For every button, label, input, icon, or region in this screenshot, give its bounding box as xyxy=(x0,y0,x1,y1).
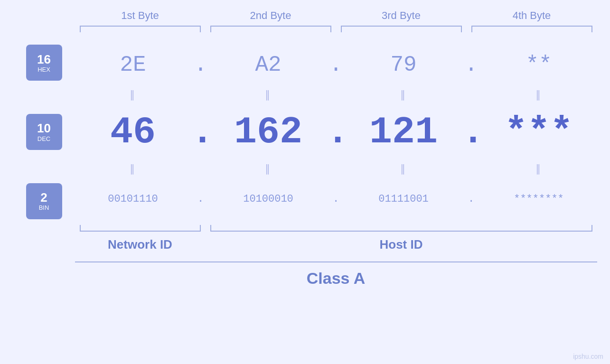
watermark: ipshu.com xyxy=(573,353,603,360)
hex-byte4: ** xyxy=(481,53,597,77)
hex-badge: 16 HEX xyxy=(26,45,62,81)
eq2: ∥ xyxy=(210,89,327,102)
dec-byte1: 46 xyxy=(75,111,191,154)
byte-headers: 1st Byte 2nd Byte 3rd Byte 4th Byte xyxy=(75,9,597,26)
labels-column: 16 HEX 10 DEC 2 BIN xyxy=(13,44,75,220)
eq1: ∥ xyxy=(75,89,191,102)
bracket-1 xyxy=(80,26,201,32)
dec-byte4: *** xyxy=(481,111,597,154)
bin-byte2: 10100010 xyxy=(210,193,327,205)
bin-byte3: 01111001 xyxy=(346,193,462,205)
host-bracket xyxy=(210,225,592,232)
bottom-brackets xyxy=(75,225,597,233)
bin-byte1: 00101110 xyxy=(75,193,191,205)
equals-row-1: ∥ ∥ ∥ ∥ xyxy=(75,86,597,103)
hex-byte3: 79 xyxy=(346,53,462,77)
hex-dot1: . xyxy=(191,53,210,77)
eq6: ∥ xyxy=(210,163,327,176)
byte2-header: 2nd Byte xyxy=(206,9,336,26)
byte3-header: 3rd Byte xyxy=(336,9,467,26)
bracket-4 xyxy=(471,26,592,32)
byte4-header: 4th Byte xyxy=(467,9,597,26)
eq4: ∥ xyxy=(481,89,597,102)
hex-byte1: 2E xyxy=(75,53,191,77)
hex-dot3: . xyxy=(462,53,481,77)
bin-num: 2 xyxy=(40,191,47,205)
dec-label: DEC xyxy=(38,135,50,142)
main-container: 1st Byte 2nd Byte 3rd Byte 4th Byte 16 H… xyxy=(0,0,610,364)
bin-label: BIN xyxy=(39,204,49,211)
bin-row: 00101110 . 10100010 . 01111001 . *******… xyxy=(75,177,597,220)
host-id-label: Host ID xyxy=(206,237,597,252)
class-label: Class A xyxy=(307,269,365,287)
bin-dot1: . xyxy=(191,193,210,205)
top-brackets xyxy=(75,26,597,34)
equals-row-2: ∥ ∥ ∥ ∥ xyxy=(75,160,597,177)
eq3: ∥ xyxy=(346,89,462,102)
bin-byte4: ******** xyxy=(481,193,597,205)
dec-badge: 10 DEC xyxy=(26,114,62,150)
dec-row: 46 . 162 . 121 . *** xyxy=(75,103,597,160)
dec-dot1: . xyxy=(191,111,210,154)
dec-dot2: . xyxy=(327,111,346,154)
hex-dot2: . xyxy=(327,53,346,77)
dec-num: 10 xyxy=(37,121,51,135)
content-area: 16 HEX 10 DEC 2 BIN 2E . A2 . 79 xyxy=(13,44,597,220)
bin-dot2: . xyxy=(327,193,346,205)
network-id-label: Network ID xyxy=(75,237,206,252)
eq5: ∥ xyxy=(75,163,191,176)
bracket-2 xyxy=(210,26,331,32)
data-grid: 2E . A2 . 79 . ** ∥ ∥ ∥ ∥ 46 . xyxy=(75,44,597,220)
eq8: ∥ xyxy=(481,163,597,176)
dec-byte2: 162 xyxy=(210,111,327,154)
byte1-header: 1st Byte xyxy=(75,9,206,26)
eq7: ∥ xyxy=(346,163,462,176)
dec-dot3: . xyxy=(462,111,481,154)
hex-byte2: A2 xyxy=(210,53,327,77)
class-row: Class A xyxy=(75,261,597,288)
hex-num: 16 xyxy=(37,53,51,66)
bin-dot3: . xyxy=(462,193,481,205)
hex-row: 2E . A2 . 79 . ** xyxy=(75,44,597,86)
id-labels: Network ID Host ID xyxy=(75,237,597,252)
bin-badge: 2 BIN xyxy=(26,183,62,219)
bottom-section: Network ID Host ID Class A xyxy=(13,225,597,288)
dec-byte3: 121 xyxy=(346,111,462,154)
hex-label: HEX xyxy=(38,66,50,73)
bracket-3 xyxy=(341,26,462,32)
net-bracket xyxy=(80,225,201,232)
